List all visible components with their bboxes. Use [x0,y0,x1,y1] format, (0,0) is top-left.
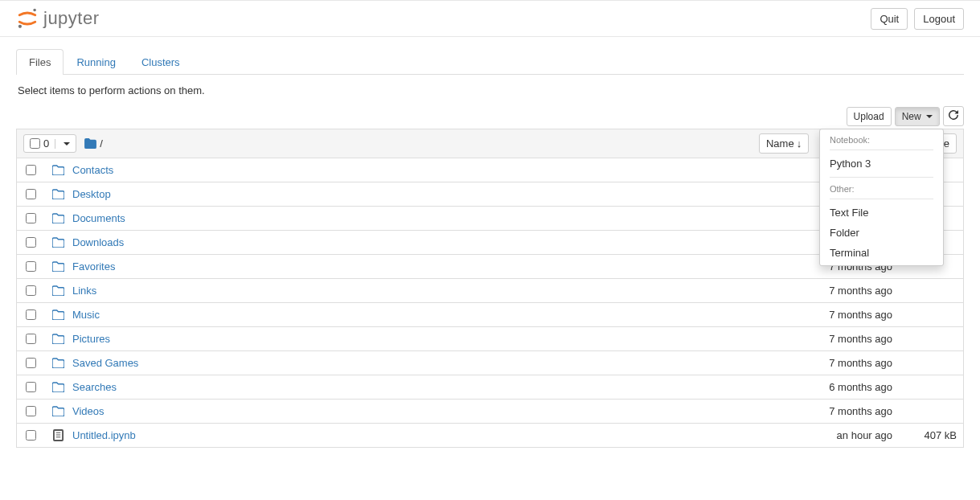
new-dropdown: Notebook: Python 3 Other: Text File Fold… [819,129,944,266]
select-all-dropdown[interactable] [55,139,76,149]
file-modified: 7 months ago [756,357,892,369]
arrow-down-icon: ↓ [797,137,802,150]
folder-icon[interactable] [84,138,96,149]
file-name-link[interactable]: Saved Games [72,357,740,369]
file-modified: 7 months ago [756,405,892,417]
jupyter-logo[interactable]: jupyter [16,7,100,30]
file-row-checkbox[interactable] [26,406,36,416]
file-name-link[interactable]: Documents [72,212,740,224]
file-type-icon [52,285,64,296]
folder-icon [52,358,64,368]
header-buttons: Quit Logout [871,8,964,30]
file-row: Untitled.ipynban hour ago407 kB [17,424,963,448]
file-row-checkbox[interactable] [26,382,36,392]
file-name-link[interactable]: Untitled.ipynb [72,429,740,441]
logo-text: jupyter [43,8,100,29]
selected-count: 0 [43,137,49,150]
file-row-checkbox[interactable] [26,430,36,441]
dropdown-item-python3[interactable]: Python 3 [820,154,943,174]
folder-icon [52,165,64,175]
select-all-control[interactable]: 0 [23,134,76,153]
file-row: Saved Games7 months ago [17,351,963,375]
file-row: Links7 months ago [17,279,963,303]
main: Files Running Clusters Select items to p… [0,49,980,448]
folder-icon [52,406,64,416]
new-button-label: New [902,111,921,122]
folder-icon [52,237,64,248]
tab-files[interactable]: Files [16,49,64,75]
toolbar: Upload New Notebook: Python 3 Other: Tex… [16,106,964,126]
file-row-checkbox[interactable] [26,261,36,272]
file-row-checkbox[interactable] [26,165,36,175]
folder-icon [52,285,64,296]
file-row-checkbox[interactable] [26,309,36,320]
file-row: Pictures7 months ago [17,327,963,351]
file-type-icon [52,165,64,175]
dropdown-header-other: Other: [820,181,943,195]
dropdown-item-folder[interactable]: Folder [820,223,943,243]
dropdown-divider [830,177,933,178]
file-name-link[interactable]: Searches [72,381,740,393]
upload-button[interactable]: Upload [847,107,892,126]
file-name-link[interactable]: Desktop [72,188,740,200]
file-modified: 7 months ago [756,309,892,321]
file-row-checkbox[interactable] [26,213,36,223]
dropdown-divider [830,199,933,199]
file-row-checkbox[interactable] [26,285,36,296]
svg-point-1 [18,25,22,28]
jupyter-logo-icon [16,7,39,30]
file-type-icon [52,334,64,344]
sort-name-button[interactable]: Name ↓ [759,133,809,154]
file-row: Searches6 months ago [17,375,963,400]
new-button[interactable]: New [895,107,940,126]
file-row: Music7 months ago [17,303,963,327]
file-type-icon [52,261,64,272]
breadcrumb-separator: / [100,137,103,150]
file-type-icon [52,213,64,223]
quit-button[interactable]: Quit [871,8,908,30]
logout-button[interactable]: Logout [914,8,964,30]
tab-clusters[interactable]: Clusters [129,49,193,75]
file-name-link[interactable]: Contacts [72,164,740,176]
file-modified: 7 months ago [756,285,892,297]
caret-down-icon [64,142,70,145]
file-name-link[interactable]: Pictures [72,333,740,345]
file-type-icon [52,309,64,320]
tab-running[interactable]: Running [64,49,128,75]
sort-name-label: Name [766,137,794,150]
file-name-link[interactable]: Music [72,309,740,321]
file-row-checkbox[interactable] [26,189,36,199]
file-size: 407 kB [908,429,957,441]
dropdown-item-terminal[interactable]: Terminal [820,243,943,263]
file-row-checkbox[interactable] [26,334,36,344]
folder-icon [52,309,64,320]
notebook-icon [53,429,64,441]
folder-icon [52,261,64,272]
select-all-checkbox-input[interactable] [30,138,40,149]
tabs: Files Running Clusters [16,49,964,75]
file-type-icon [52,406,64,416]
file-row-checkbox[interactable] [26,358,36,368]
file-name-link[interactable]: Links [72,285,740,297]
folder-icon [52,382,64,392]
select-all-checkbox[interactable]: 0 [24,135,55,152]
refresh-button[interactable] [943,106,964,126]
file-name-link[interactable]: Downloads [72,236,740,248]
refresh-icon [949,110,958,120]
file-type-icon [52,429,64,441]
file-name-link[interactable]: Favorites [72,260,740,273]
dropdown-divider [830,150,933,150]
file-row-checkbox[interactable] [26,237,36,248]
header: jupyter Quit Logout [0,1,980,37]
file-type-icon [52,189,64,199]
file-name-link[interactable]: Videos [72,405,740,417]
file-type-icon [52,382,64,392]
folder-icon [52,189,64,199]
file-modified: an hour ago [756,429,892,441]
file-modified: 6 months ago [756,381,892,393]
folder-icon [52,334,64,344]
svg-point-0 [33,9,36,12]
file-type-icon [52,237,64,248]
dropdown-item-textfile[interactable]: Text File [820,203,943,223]
dropdown-header-notebook: Notebook: [820,132,943,146]
